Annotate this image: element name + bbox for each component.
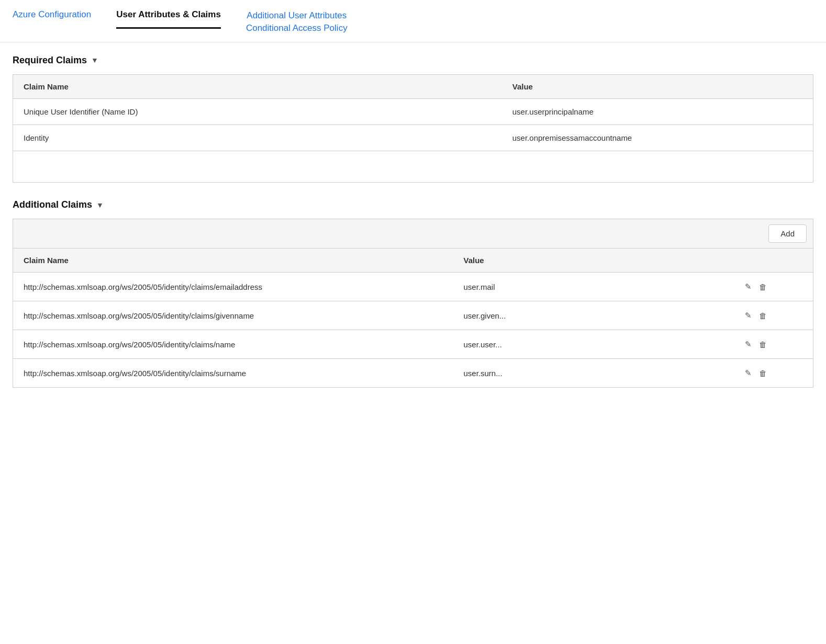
required-col-claim-name: Claim Name <box>13 75 502 99</box>
required-claims-header-row: Claim Name Value <box>13 75 813 99</box>
edit-icon[interactable]: ✎ <box>744 367 753 379</box>
edit-icon[interactable]: ✎ <box>744 281 753 292</box>
additional-claim-value-0: user.mail <box>453 273 733 301</box>
table-row-empty <box>13 151 813 182</box>
additional-claim-name-2: http://schemas.xmlsoap.org/ws/2005/05/id… <box>13 330 453 359</box>
additional-claim-value-3: user.surn... <box>453 359 733 388</box>
delete-icon[interactable]: 🗑 <box>758 339 768 350</box>
additional-claim-name-1: http://schemas.xmlsoap.org/ws/2005/05/id… <box>13 301 453 330</box>
additional-claims-chevron-icon: ▼ <box>96 201 104 209</box>
delete-icon[interactable]: 🗑 <box>758 310 768 321</box>
additional-col-value: Value <box>453 248 733 273</box>
delete-icon[interactable]: 🗑 <box>758 368 768 379</box>
table-row: http://schemas.xmlsoap.org/ws/2005/05/id… <box>13 359 813 388</box>
additional-claims-toolbar: Add <box>13 219 813 248</box>
required-claims-table: Claim Name Value Unique User Identifier … <box>13 75 813 183</box>
tab-additional-user-attributes[interactable]: Additional User Attributes <box>247 9 347 22</box>
required-claims-label: Required Claims <box>13 55 87 66</box>
edit-icon[interactable]: ✎ <box>744 338 753 350</box>
additional-claim-name-3: http://schemas.xmlsoap.org/ws/2005/05/id… <box>13 359 453 388</box>
delete-icon[interactable]: 🗑 <box>758 281 768 292</box>
required-claims-table-wrapper: Claim Name Value Unique User Identifier … <box>13 74 813 183</box>
edit-icon[interactable]: ✎ <box>744 310 753 321</box>
tab-azure-configuration[interactable]: Azure Configuration <box>13 9 91 27</box>
additional-claim-actions-0: ✎ 🗑 <box>733 273 813 301</box>
add-claim-button[interactable]: Add <box>768 224 807 243</box>
tab-conditional-access-policy[interactable]: Conditional Access Policy <box>246 22 348 35</box>
required-claim-value-0: user.userprincipalname <box>502 98 813 125</box>
table-row: http://schemas.xmlsoap.org/ws/2005/05/id… <box>13 330 813 359</box>
table-row: http://schemas.xmlsoap.org/ws/2005/05/id… <box>13 301 813 330</box>
table-row: Identity user.onpremisessamaccountname <box>13 125 813 151</box>
table-row: http://schemas.xmlsoap.org/ws/2005/05/id… <box>13 273 813 301</box>
additional-col-claim-name: Claim Name <box>13 248 453 273</box>
nav-header: Azure Configuration User Attributes & Cl… <box>0 0 826 42</box>
additional-claim-name-0: http://schemas.xmlsoap.org/ws/2005/05/id… <box>13 273 453 301</box>
required-claim-name-1: Identity <box>13 125 502 151</box>
additional-claims-header-row: Claim Name Value <box>13 248 813 273</box>
additional-claims-heading[interactable]: Additional Claims ▼ <box>13 199 813 210</box>
additional-claims-label: Additional Claims <box>13 199 92 210</box>
tab-group-additional[interactable]: Additional User Attributes Conditional A… <box>246 9 348 42</box>
additional-claim-actions-2: ✎ 🗑 <box>733 330 813 359</box>
additional-claims-table: Claim Name Value http://schemas.xmlsoap.… <box>13 248 813 388</box>
main-content: Required Claims ▼ Claim Name Value Uniqu… <box>0 42 826 417</box>
tab-user-attributes-claims[interactable]: User Attributes & Claims <box>116 9 221 29</box>
required-claims-chevron-icon: ▼ <box>91 56 98 64</box>
additional-claim-actions-1: ✎ 🗑 <box>733 301 813 330</box>
required-claims-heading[interactable]: Required Claims ▼ <box>13 55 813 66</box>
additional-claim-value-2: user.user... <box>453 330 733 359</box>
additional-col-actions <box>733 248 813 273</box>
additional-claim-value-1: user.given... <box>453 301 733 330</box>
table-row: Unique User Identifier (Name ID) user.us… <box>13 98 813 125</box>
required-claim-value-1: user.onpremisessamaccountname <box>502 125 813 151</box>
required-col-value: Value <box>502 75 813 99</box>
additional-claim-actions-3: ✎ 🗑 <box>733 359 813 388</box>
required-claim-name-0: Unique User Identifier (Name ID) <box>13 98 502 125</box>
